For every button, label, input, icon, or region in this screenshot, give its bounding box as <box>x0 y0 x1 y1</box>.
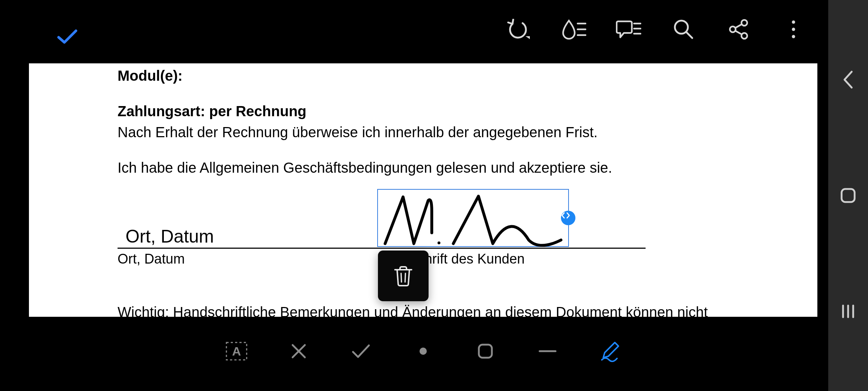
svg-point-15 <box>792 28 795 31</box>
tool-dot[interactable] <box>410 338 436 364</box>
svg-rect-28 <box>842 189 855 202</box>
svg-point-17 <box>438 241 441 244</box>
svg-point-25 <box>420 348 427 355</box>
location-date-value[interactable]: Ort, Datum <box>125 226 214 247</box>
tool-square[interactable] <box>472 338 498 364</box>
svg-line-13 <box>735 31 742 34</box>
svg-rect-26 <box>479 345 492 358</box>
document-canvas[interactable]: Modul(e): Zahlungsart: per Rechnung Nach… <box>29 63 817 317</box>
undo-button[interactable] <box>506 16 532 42</box>
resize-handle[interactable] <box>561 211 575 225</box>
svg-text:A: A <box>232 344 241 358</box>
module-label: Modul(e): <box>118 65 660 86</box>
nav-recents[interactable] <box>837 300 859 322</box>
top-toolbar <box>29 7 817 62</box>
bottom-toolbar: A <box>29 319 817 384</box>
search-button[interactable] <box>671 16 697 42</box>
tool-textbox[interactable]: A <box>224 338 250 364</box>
system-navbar <box>828 0 868 391</box>
footer-note: Wichtig: Handschriftliche Bemerkungen un… <box>118 304 708 317</box>
payment-text: Nach Erhalt der Rechnung überweise ich i… <box>118 122 660 143</box>
tool-line[interactable] <box>535 338 561 364</box>
trash-icon <box>392 265 414 287</box>
payment-label: Zahlungsart: per Rechnung <box>118 101 660 122</box>
svg-point-14 <box>792 21 795 24</box>
svg-line-19 <box>401 273 401 282</box>
svg-point-11 <box>741 33 747 39</box>
signature-area: Ort, Datum Ort, Datum Unterschrift des K… <box>118 185 646 256</box>
tool-check[interactable] <box>348 338 374 364</box>
more-button[interactable] <box>780 16 807 42</box>
ink-settings-button[interactable] <box>561 16 587 42</box>
tool-signature-pen[interactable] <box>597 338 623 364</box>
svg-point-10 <box>730 26 736 32</box>
svg-marker-0 <box>526 36 530 39</box>
nav-home[interactable] <box>837 185 859 206</box>
delete-button[interactable] <box>378 251 429 301</box>
svg-point-9 <box>741 20 747 26</box>
svg-line-12 <box>735 24 742 28</box>
svg-point-16 <box>792 35 795 38</box>
agb-text: Ich habe die Allgemeinen Geschäftsbeding… <box>118 157 660 178</box>
svg-line-20 <box>405 273 405 282</box>
comment-button[interactable] <box>616 16 642 42</box>
editor-panel: Modul(e): Zahlungsart: per Rechnung Nach… <box>29 7 817 384</box>
signature-ink <box>378 190 568 247</box>
location-date-label: Ort, Datum <box>118 251 185 267</box>
share-button[interactable] <box>726 16 752 42</box>
svg-line-8 <box>686 32 692 38</box>
nav-back[interactable] <box>837 69 859 91</box>
confirm-button[interactable] <box>54 24 80 50</box>
tool-cross[interactable] <box>286 338 312 364</box>
signature-selection[interactable] <box>377 189 569 247</box>
signature-underline <box>118 248 646 249</box>
